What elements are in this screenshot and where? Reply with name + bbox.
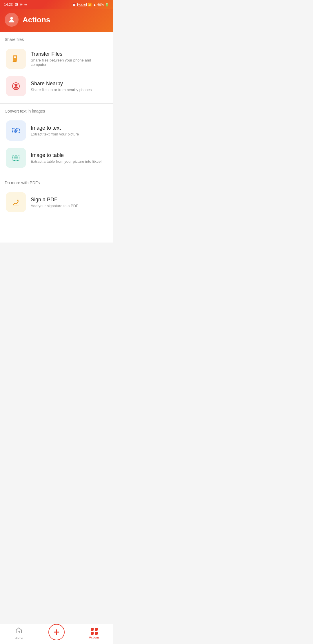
main-content: Share files Transfer Files Share files b… [0, 32, 113, 243]
snowflake-icon: ✳ [20, 3, 23, 7]
wifi-icon: 📶 [88, 3, 92, 7]
svg-point-6 [15, 84, 17, 86]
transfer-files-icon-box [6, 49, 26, 69]
svg-point-0 [10, 17, 13, 20]
image-to-text-icon-box [6, 120, 26, 141]
transfer-files-title: Transfer Files [31, 51, 107, 57]
share-nearby-text: Share Nearby Share files to or from near… [31, 81, 107, 92]
image-to-table-icon-box [6, 148, 26, 168]
battery-icon: 🔋 [105, 3, 109, 7]
battery-percentage: 66% [97, 3, 104, 6]
transfer-files-subtitle: Share files between your phone and compu… [31, 58, 107, 67]
action-item-sign-pdf[interactable]: Sign a PDF Add your signature to a PDF [5, 189, 108, 215]
action-item-image-to-text[interactable]: Image to text Extract text from your pic… [5, 117, 108, 144]
action-item-image-to-table[interactable]: Image to table Extract a table from your… [5, 145, 108, 171]
signal-icon: ▲ [93, 3, 96, 6]
image-to-table-text: Image to table Extract a table from your… [31, 152, 107, 164]
status-right: ⏰ VoLTE 📶 ▲ 66% 🔋 [72, 3, 109, 7]
image-to-text-title: Image to text [31, 125, 107, 131]
image-to-table-subtitle: Extract a table from your picture into E… [31, 159, 107, 164]
section-title-pdfs: Do more with PDFs [5, 180, 108, 185]
image-to-text-subtitle: Extract text from your picture [31, 132, 107, 136]
section-pdfs: Do more with PDFs Sign a PDF Add your si… [0, 175, 113, 219]
header: Actions [0, 9, 113, 32]
sign-pdf-text: Sign a PDF Add your signature to a PDF [31, 197, 107, 208]
alarm-icon: ⏰ [72, 3, 76, 7]
section-convert-text: Convert text in images Image to text Ext… [0, 103, 113, 175]
section-share-files: Share files Transfer Files Share files b… [0, 32, 113, 103]
status-left: 14:23 🖼 ✳ ∞ [4, 3, 27, 7]
sign-pdf-icon-box [6, 192, 26, 212]
avatar[interactable] [5, 13, 19, 27]
section-title-convert: Convert text in images [5, 109, 108, 113]
image-to-text-text: Image to text Extract text from your pic… [31, 125, 107, 136]
action-item-transfer-files[interactable]: Transfer Files Share files between your … [5, 46, 108, 72]
status-bar: 14:23 🖼 ✳ ∞ ⏰ VoLTE 📶 ▲ 66% 🔋 [0, 0, 113, 9]
svg-rect-3 [14, 57, 16, 58]
svg-rect-2 [14, 56, 16, 57]
time: 14:23 [4, 3, 13, 7]
sign-pdf-title: Sign a PDF [31, 197, 107, 203]
link-icon: ∞ [24, 3, 27, 7]
action-item-share-nearby[interactable]: Share Nearby Share files to or from near… [5, 73, 108, 99]
section-title-share: Share files [5, 37, 108, 42]
image-to-table-title: Image to table [31, 152, 107, 158]
image-icon: 🖼 [14, 3, 18, 7]
share-nearby-icon-box [6, 76, 26, 96]
page-title: Actions [23, 15, 50, 24]
transfer-files-text: Transfer Files Share files between your … [31, 51, 107, 67]
sign-pdf-subtitle: Add your signature to a PDF [31, 204, 107, 208]
share-nearby-title: Share Nearby [31, 81, 107, 87]
share-nearby-subtitle: Share files to or from nearby phones [31, 88, 107, 92]
lte-icon: VoLTE [77, 3, 87, 6]
